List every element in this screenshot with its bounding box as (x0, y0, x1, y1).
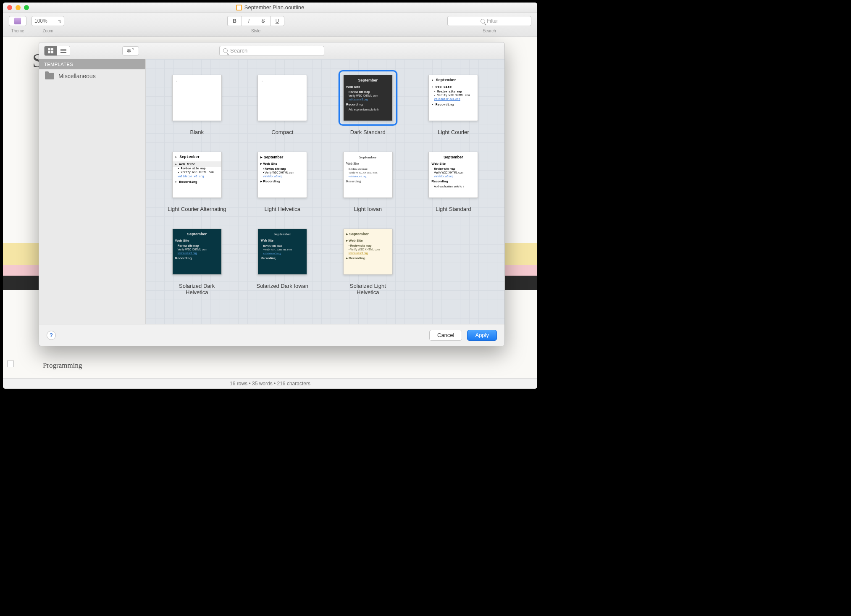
search-icon (481, 19, 485, 24)
list-view-button[interactable] (57, 46, 70, 55)
modal-footer: ? Cancel Apply (39, 324, 504, 346)
theme-swatch-icon (14, 18, 21, 24)
view-mode-segment (44, 46, 70, 56)
theme-button[interactable] (9, 16, 26, 26)
sidebar: TEMPLATES Miscellaneous (39, 59, 146, 324)
template-thumbnail: ▸ September▸ Web Site• Review site map• … (257, 152, 307, 198)
row-handle-icon[interactable] (7, 361, 14, 367)
titlebar: September Plan.ooutline (3, 3, 537, 13)
template-item[interactable]: Compact (244, 70, 321, 135)
chevron-down-icon: ˅ (132, 48, 134, 54)
style-label: Style (251, 29, 260, 33)
template-label: Solarized Dark Helvetica (168, 283, 226, 295)
template-label: Blank (190, 129, 204, 135)
zoom-button[interactable]: 100% ⇅ (32, 16, 64, 26)
template-thumbnail (257, 75, 307, 121)
grid-icon (48, 48, 53, 53)
grid-view-button[interactable] (45, 46, 57, 55)
template-thumbnail: SeptemberWeb SiteReview site mapVerify W… (343, 75, 393, 121)
gear-icon: ✽ (127, 48, 131, 54)
template-grid: BlankCompactSeptemberWeb SiteReview site… (146, 59, 504, 324)
search-icon (223, 48, 228, 53)
template-label: Light Iowan (354, 206, 382, 212)
zoom-label: Zoom (42, 29, 53, 33)
template-item[interactable]: ▸ September▸ Web Site• Review site map• … (329, 224, 407, 295)
folder-icon (45, 73, 54, 79)
sidebar-item-label: Miscellaneous (58, 73, 96, 79)
window-title-text: September Plan.ooutline (244, 4, 304, 11)
modal-toolbar: ✽ ˅ Search (39, 42, 504, 59)
template-item[interactable]: SeptemberWeb SiteReview site mapVerify W… (244, 224, 321, 295)
help-button[interactable]: ? (47, 331, 56, 340)
search-placeholder: Search (230, 47, 247, 54)
search-group: Filter Search (447, 16, 531, 33)
template-item[interactable]: ▸ September▸ Web Site• Review site map• … (415, 70, 492, 135)
document-icon (236, 5, 242, 11)
template-item[interactable]: ▸ September▸ Web Site• Review site map• … (158, 147, 236, 212)
template-label: Light Courier (438, 129, 469, 135)
list-icon (60, 49, 66, 53)
modal-search-input[interactable]: Search (219, 46, 324, 56)
template-label: Solarized Light Helvetica (339, 283, 397, 295)
template-label: Light Standard (436, 206, 471, 212)
style-group: B I S U Style (227, 16, 284, 33)
template-item[interactable]: SeptemberWeb SiteReview site mapVerify W… (329, 70, 407, 135)
template-thumbnail: SeptemberWeb SiteReview site mapVerify W… (257, 229, 307, 275)
template-item[interactable]: ▸ September▸ Web Site• Review site map• … (244, 147, 321, 212)
chevron-updown-icon: ⇅ (58, 19, 61, 24)
template-thumbnail (172, 75, 222, 121)
sidebar-header: TEMPLATES (39, 59, 145, 69)
apply-button[interactable]: Apply (467, 330, 497, 341)
template-label: Compact (271, 129, 293, 135)
search-label: Search (483, 29, 496, 33)
template-item[interactable]: SeptemberWeb SiteReview site mapVerify W… (329, 147, 407, 212)
status-text: 16 rows • 35 words • 216 characters (230, 381, 310, 387)
template-item[interactable]: SeptemberWeb SiteReview site mapVerify W… (158, 224, 236, 295)
zoom-group: 100% ⇅ Zoom (32, 16, 64, 33)
italic-button[interactable]: I (242, 16, 256, 26)
outline-item[interactable]: Programming (43, 361, 82, 370)
template-picker-modal: ✽ ˅ Search TEMPLATES Miscellaneous Blank… (39, 42, 505, 346)
template-thumbnail: ▸ September▸ Web Site• Review site map• … (343, 229, 393, 275)
template-thumbnail: ▸ September▸ Web Site• Review site map• … (428, 75, 478, 121)
template-thumbnail: SeptemberWeb SiteReview site mapVerify W… (343, 152, 393, 198)
template-thumbnail: ▸ September▸ Web Site• Review site map• … (172, 152, 222, 198)
style-segment: B I S U (227, 16, 284, 26)
theme-group: Theme (9, 16, 26, 33)
filter-input[interactable]: Filter (447, 16, 531, 26)
statusbar: 16 rows • 35 words • 216 characters (3, 378, 537, 389)
filter-placeholder: Filter (487, 18, 498, 24)
zoom-value: 100% (34, 18, 47, 24)
template-item[interactable]: Blank (158, 70, 236, 135)
template-label: Solarized Dark Iowan (256, 283, 308, 289)
bold-button[interactable]: B (227, 16, 242, 26)
theme-label: Theme (11, 29, 24, 33)
template-thumbnail: SeptemberWeb SiteReview site mapVerify W… (428, 152, 478, 198)
actions-menu-button[interactable]: ✽ ˅ (122, 46, 139, 55)
template-label: Light Courier Alternating (168, 206, 226, 212)
template-label: Dark Standard (350, 129, 386, 135)
template-thumbnail: SeptemberWeb SiteReview site mapVerify W… (172, 229, 222, 275)
cancel-button[interactable]: Cancel (429, 330, 462, 341)
modal-body: TEMPLATES Miscellaneous BlankCompactSept… (39, 59, 504, 324)
template-item[interactable]: SeptemberWeb SiteReview site mapVerify W… (415, 147, 492, 212)
sidebar-item-miscellaneous[interactable]: Miscellaneous (39, 69, 145, 83)
app-window: September Plan.ooutline Theme 100% ⇅ Zoo… (3, 3, 537, 389)
underline-button[interactable]: U (270, 16, 284, 26)
window-title: September Plan.ooutline (3, 4, 537, 11)
toolbar: Theme 100% ⇅ Zoom B I S U Style Filter (3, 13, 537, 37)
strike-button[interactable]: S (256, 16, 270, 26)
template-label: Light Helvetica (265, 206, 300, 212)
